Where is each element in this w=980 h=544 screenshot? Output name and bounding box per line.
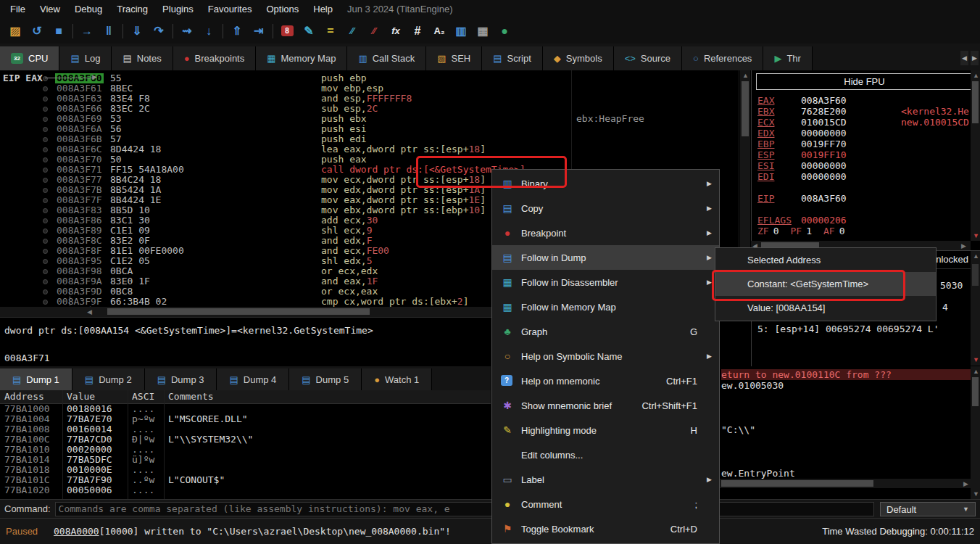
menu-favourites[interactable]: Favourites — [201, 1, 259, 17]
stack-row[interactable]: ew.01005030 — [721, 380, 784, 391]
breakpoint-dot[interactable] — [43, 239, 48, 244]
scroll-right-icon[interactable]: ▶ — [963, 479, 968, 488]
register-row[interactable]: ESP0019FF10 — [752, 149, 980, 160]
scroll-right-icon[interactable]: ▶ — [961, 242, 966, 250]
disasm-row[interactable]: 008A3F7050push eax — [0, 154, 740, 165]
scroll-down-icon[interactable]: ▼ — [973, 231, 979, 240]
stack-row[interactable]: ew.EntryPoint — [721, 468, 795, 479]
tab-references[interactable]: ○References — [682, 46, 763, 70]
scroll-thumb[interactable] — [742, 81, 749, 136]
disasm-row[interactable]: 008A3F6C8D4424 18lea eax,dword ptr ss:[e… — [0, 144, 740, 154]
scroll-thumb[interactable] — [107, 308, 370, 315]
menu-view[interactable]: View — [33, 1, 67, 17]
tab-scroll-left-icon[interactable]: ◀ — [960, 51, 968, 65]
context-menu-item-graph[interactable]: ♣GraphG — [492, 319, 719, 344]
scroll-up-icon[interactable]: ▲ — [973, 367, 979, 376]
stack-row[interactable]: eturn to new.0100110C from ??? — [721, 369, 971, 380]
status-message-link[interactable]: 008A0000 — [54, 526, 99, 537]
menu-file[interactable]: File — [3, 1, 33, 17]
run-to-user-code-button[interactable]: ⇝ — [176, 22, 198, 41]
register-row[interactable]: ECX010015CDnew.010015CD — [752, 117, 980, 128]
step-over-button[interactable]: ↷ — [148, 22, 170, 41]
register-row[interactable]: ESI00000000 — [752, 160, 980, 171]
scroll-up-icon[interactable]: ▲ — [973, 71, 979, 80]
scroll-thumb[interactable] — [972, 264, 979, 286]
tab-scroll-right-icon[interactable]: ▶ — [971, 51, 979, 65]
dump-column-header-comments[interactable]: Comments — [168, 391, 214, 402]
breakpoint-dot[interactable] — [43, 86, 48, 91]
breakpoint-dot[interactable] — [43, 279, 48, 284]
dump-row[interactable]: 77BA100800160014.... — [0, 424, 491, 434]
breakpoint-dot[interactable] — [43, 168, 48, 173]
close-button[interactable]: ■ — [48, 22, 70, 41]
scroll-down-icon[interactable]: ▼ — [973, 490, 979, 498]
dump-pane[interactable]: AddressValueASCIComments 77BA10000018001… — [0, 390, 491, 499]
tab-call-stack[interactable]: ▥Call Stack — [347, 46, 426, 70]
tab-dump-2[interactable]: ▤Dump 2 — [72, 368, 145, 390]
dump-row[interactable]: 77BA100477BA7E70p~ºwL"MSCOREE.DLL" — [0, 414, 491, 424]
dump-row[interactable]: 77BA102000050006.... — [0, 485, 491, 495]
arguments-vertical-scrollbar[interactable]: ▲ ▼ — [971, 251, 980, 366]
register-row[interactable]: EDI00000000 — [752, 171, 980, 182]
tab-watch-1[interactable]: ●Watch 1 — [362, 368, 432, 390]
dump-row[interactable]: 77BA100000180016.... — [0, 404, 491, 414]
menu-debug[interactable]: Debug — [67, 1, 109, 17]
breakpoint-dot[interactable] — [43, 228, 48, 234]
execute-till-return-button[interactable]: ⇑ — [226, 22, 248, 41]
tab-memory-map[interactable]: ▦Memory Map — [256, 46, 347, 70]
breakpoint-dot[interactable] — [43, 208, 48, 213]
animate-button[interactable]: 8 — [276, 22, 298, 41]
context-menu-item-highlighting-mode[interactable]: ✎Highlighting modeH — [492, 418, 719, 442]
breakpoint-dot[interactable] — [43, 96, 48, 102]
disasm-row[interactable]: 008A3F618BECmov ebp,esp — [0, 83, 740, 94]
breakpoint-dot[interactable] — [43, 289, 48, 294]
open-file-button[interactable]: ▨ — [4, 22, 26, 41]
menu-tracing[interactable]: Tracing — [109, 1, 155, 17]
context-menu-item-edit-columns[interactable]: Edit columns... — [492, 442, 719, 467]
step-into-button[interactable]: ⇓ — [126, 22, 148, 41]
context-menu-item-help-on-mnemonic[interactable]: ?Help on mnemonicCtrl+F1 — [492, 368, 719, 393]
context-menu-item-breakpoint[interactable]: ●Breakpoint▶ — [492, 221, 719, 245]
tab-dump-4[interactable]: ▤Dump 4 — [217, 368, 289, 390]
breakpoint-dot[interactable] — [43, 218, 48, 223]
tab-log[interactable]: ▤Log — [59, 46, 112, 70]
dump-column-header-asci[interactable]: ASCI — [132, 391, 154, 402]
context-menu-item-label[interactable]: ▭Label▶ — [492, 467, 719, 492]
registers-vertical-scrollbar[interactable]: ▲ ▼ — [971, 70, 980, 241]
stack-vertical-scrollbar[interactable]: ▲ ▼ — [971, 366, 980, 499]
pause-button[interactable]: ‖ — [98, 22, 120, 41]
dump-column-header-value[interactable]: Value — [67, 391, 95, 402]
context-menu-item-help-on-symbolic-name[interactable]: ○Help on Symbolic Name▶ — [492, 344, 719, 368]
pencil-button[interactable]: ✎ — [298, 22, 320, 41]
register-row[interactable]: EFLAGS00000206 — [752, 215, 980, 226]
tab-seh[interactable]: ▧SEH — [426, 46, 482, 70]
dump-row[interactable]: 77BA10180010000E.... — [0, 465, 491, 475]
trace-into-button[interactable]: ↓ — [198, 22, 220, 41]
tab-cpu[interactable]: 32CPU — [0, 46, 59, 70]
run-button[interactable]: → — [76, 22, 98, 41]
disasm-row[interactable]: 008A3F6683EC 2Csub esp,2C — [0, 104, 740, 114]
registers-pane[interactable]: Hide FPU EAX008A3F60EBX7628E200<kernel32… — [751, 70, 980, 250]
context-menu-item-comment[interactable]: ●Comment; — [492, 492, 719, 516]
context-menu-item-follow-in-dump[interactable]: ▤Follow in Dump▶ — [492, 245, 719, 270]
dump-column-header-address[interactable]: Address — [4, 391, 44, 402]
calculator-button[interactable]: ▦ — [472, 22, 494, 41]
dump-row[interactable]: 77BA101000020000.... — [0, 445, 491, 455]
breakpoint-dot[interactable] — [43, 198, 48, 203]
scroll-thumb[interactable] — [972, 81, 979, 123]
restart-button[interactable]: ↺ — [26, 22, 48, 41]
tab-script[interactable]: ▤Script — [482, 46, 543, 70]
skip-next-button[interactable]: ⇥ — [248, 22, 270, 41]
disasm-row[interactable]: 008A3F6A56push esi — [0, 124, 740, 134]
tab-source[interactable]: <>Source — [614, 46, 682, 70]
patches-button[interactable]: = — [320, 22, 341, 41]
breakpoint-dot[interactable] — [43, 157, 48, 162]
hide-fpu-button[interactable]: Hide FPU — [756, 73, 973, 90]
flags-row[interactable]: ZF0PF1AF0 — [757, 226, 980, 236]
scroll-up-icon[interactable]: ▲ — [742, 71, 749, 80]
scroll-up-icon[interactable]: ▲ — [973, 252, 979, 260]
breakpoint-dot[interactable] — [43, 178, 48, 183]
tab-dump-1[interactable]: ▤Dump 1 — [0, 368, 72, 390]
dump-row[interactable]: 77BA100C77BA7CD0Ð|ºwL"\\SYSTEM32\\" — [0, 434, 491, 445]
register-row[interactable]: EAX008A3F60 — [752, 95, 980, 106]
